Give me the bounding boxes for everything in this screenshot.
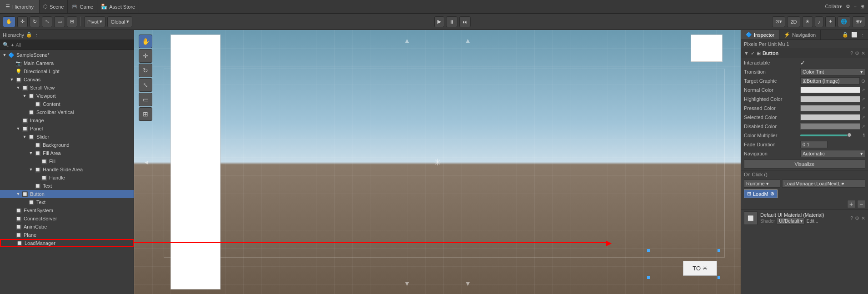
layers-icon[interactable]: ≡ bbox=[854, 4, 857, 10]
tab-inspector[interactable]: 🔷 Inspector bbox=[741, 30, 779, 40]
tree-item-button[interactable]: ▼ 🔲 Button bbox=[0, 190, 134, 198]
tree-item-samplescene[interactable]: ▼ 🔷 SampleScene* bbox=[0, 51, 134, 59]
loadm-badge[interactable]: ⊞ LoadM ⊗ bbox=[744, 189, 778, 198]
lock-inspector-icon[interactable]: 🔒 bbox=[842, 32, 848, 38]
view-light-btn[interactable]: ☀ bbox=[802, 16, 813, 27]
rect-tool-btn[interactable]: ▭ bbox=[54, 16, 65, 27]
rect-3d-tool[interactable]: ▭ bbox=[139, 93, 152, 106]
tree-item-animcube[interactable]: 🔲 AnimCube bbox=[0, 223, 134, 231]
tree-item-eventsystem[interactable]: 🔲 EventSystem bbox=[0, 206, 134, 214]
view-sky-btn[interactable]: 🌐 bbox=[838, 16, 850, 27]
tree-item-canvas[interactable]: ▼ 🔲 Canvas bbox=[0, 75, 134, 84]
material-settings-icon[interactable]: ⚙ bbox=[855, 215, 859, 221]
transform-tool-btn[interactable]: ⊞ bbox=[67, 16, 77, 27]
rotate-3d-tool[interactable]: ↻ bbox=[139, 64, 152, 77]
hand-tool[interactable]: ✋ bbox=[139, 35, 152, 48]
global-btn[interactable]: Global ▾ bbox=[107, 16, 132, 27]
transition-dropdown[interactable]: Color Tint ▾ bbox=[800, 68, 865, 75]
scale-3d-tool[interactable]: ⤡ bbox=[139, 78, 152, 92]
pressed-color-arrow[interactable]: ↗ bbox=[862, 106, 865, 110]
pivot-btn[interactable]: Pivot ▾ bbox=[84, 16, 105, 27]
tree-item-handleslide[interactable]: ▼ 🔲 Handle Slide Area bbox=[0, 165, 134, 174]
add-btn[interactable]: + bbox=[11, 42, 14, 48]
search-input[interactable] bbox=[15, 42, 131, 48]
selected-color-arrow[interactable]: ↗ bbox=[862, 115, 865, 120]
disabled-color-arrow[interactable]: ↗ bbox=[862, 124, 865, 129]
tree-item-panel[interactable]: ▼ 🔲 Panel bbox=[0, 125, 134, 133]
runtime-dropdown[interactable]: Runtime ▾ bbox=[744, 179, 780, 188]
slider-thumb[interactable] bbox=[847, 133, 852, 137]
layout-icon[interactable]: ⊞ bbox=[860, 4, 864, 10]
tree-item-scrollview[interactable]: ▼ 🔲 Scroll View bbox=[0, 84, 134, 92]
highlighted-color-swatch[interactable] bbox=[800, 96, 860, 102]
tab-scene[interactable]: ⬡ Scene bbox=[40, 0, 68, 13]
tree-item-background[interactable]: 🔲 Background bbox=[0, 141, 134, 149]
pause-btn[interactable]: ⏸ bbox=[446, 16, 457, 27]
loadm-close-icon[interactable]: ⊗ bbox=[770, 191, 774, 197]
maximize-icon[interactable]: ⬜ bbox=[851, 32, 858, 38]
tree-item-viewport[interactable]: ▼ 🔲 Viewport bbox=[0, 92, 134, 100]
view-fx-btn[interactable]: ✦ bbox=[825, 16, 836, 27]
view-2d-btn[interactable]: 2D bbox=[787, 16, 800, 27]
menu-inspector-icon[interactable]: ⋮ bbox=[860, 32, 865, 38]
tree-item-loadmanager[interactable]: 🔲 LoadManager bbox=[0, 239, 134, 247]
tree-item-fill[interactable]: 🔲 Fill bbox=[0, 157, 134, 165]
color-multiplier-slider[interactable]: 1 bbox=[800, 133, 865, 138]
remove-onclick-btn[interactable]: − bbox=[857, 200, 865, 208]
visualize-btn[interactable]: Visualize bbox=[744, 159, 865, 169]
tree-item-connectserver[interactable]: 🔲 ConnectServer bbox=[0, 214, 134, 223]
tree-item-fillarea[interactable]: ▼ 🔲 Fill Area bbox=[0, 149, 134, 157]
menu-icon[interactable]: ⋮ bbox=[34, 32, 39, 38]
tab-asset-store[interactable]: 🏪 Asset Store bbox=[97, 0, 139, 13]
hand-tool-btn[interactable]: ✋ bbox=[3, 16, 15, 27]
tree-item-plane[interactable]: 🔲 Plane bbox=[0, 231, 134, 239]
tree-item-content[interactable]: 🔲 Content bbox=[0, 100, 134, 108]
material-close-icon[interactable]: ✕ bbox=[861, 215, 865, 221]
tree-item-text-button[interactable]: 🔲 Text bbox=[0, 198, 134, 206]
target-graphic-picker[interactable]: ⊙ bbox=[861, 78, 865, 84]
navigation-dropdown[interactable]: Automatic ▾ bbox=[800, 150, 865, 157]
view-persp-btn[interactable]: ⊙▾ bbox=[772, 16, 785, 27]
highlighted-color-arrow[interactable]: ↗ bbox=[862, 97, 865, 101]
checkmark-icon[interactable]: ✓ bbox=[751, 50, 755, 56]
interactable-checkbox[interactable]: ✓ bbox=[800, 60, 805, 66]
tree-item-scrollbar[interactable]: 🔲 Scrollbar Vertical bbox=[0, 108, 134, 116]
close-component-icon[interactable]: ✕ bbox=[861, 50, 865, 56]
disabled-color-swatch[interactable] bbox=[800, 123, 860, 130]
collab-btn[interactable]: Collab▾ bbox=[825, 4, 842, 10]
material-help-icon[interactable]: ? bbox=[850, 215, 853, 221]
tree-item-maincamera[interactable]: 📷 Main Camera bbox=[0, 59, 134, 67]
tree-item-handle[interactable]: 🔲 Handle bbox=[0, 174, 134, 182]
account-icon[interactable]: ⚙ bbox=[846, 4, 850, 10]
settings-icon[interactable]: ⚙ bbox=[855, 50, 859, 56]
add-onclick-btn[interactable]: + bbox=[847, 200, 855, 208]
tree-item-image[interactable]: 🔲 Image bbox=[0, 116, 134, 125]
scale-tool-btn[interactable]: ⤡ bbox=[42, 16, 52, 27]
pressed-color-swatch[interactable] bbox=[800, 105, 860, 111]
tab-navigation[interactable]: ⚡ Navigation bbox=[779, 30, 821, 40]
tab-game[interactable]: 🎮 Game bbox=[68, 0, 97, 13]
play-btn[interactable]: ▶ bbox=[434, 16, 444, 27]
view-gizmo-btn[interactable]: ⊞▾ bbox=[852, 16, 865, 27]
fade-duration-input[interactable] bbox=[800, 141, 828, 148]
normal-color-arrow[interactable]: ↗ bbox=[862, 88, 865, 92]
move-crosshair-tool[interactable]: ✛ bbox=[139, 49, 152, 63]
tree-item-dirlight[interactable]: 💡 Directional Light bbox=[0, 67, 134, 75]
help-icon[interactable]: ? bbox=[850, 50, 853, 56]
edit-btn[interactable]: Edit... bbox=[807, 219, 818, 224]
rotate-tool-btn[interactable]: ↻ bbox=[30, 16, 40, 27]
lock-icon[interactable]: 🔒 bbox=[26, 32, 32, 38]
selected-color-swatch[interactable] bbox=[800, 114, 860, 120]
view-audio-btn[interactable]: ♪ bbox=[815, 16, 824, 27]
tree-item-text-slider[interactable]: 🔲 Text bbox=[0, 182, 134, 190]
move-tool-btn[interactable]: ✛ bbox=[17, 16, 28, 27]
gizmo-tool[interactable]: ⊞ bbox=[139, 107, 152, 121]
component-toggle[interactable]: ▼ bbox=[744, 50, 749, 56]
runtime-value[interactable]: LoadManager.LoadNextLi▾ bbox=[782, 179, 865, 188]
tab-hierarchy[interactable]: ☰ Hierarchy bbox=[0, 0, 40, 13]
shader-dropdown[interactable]: UI/Default ▾ bbox=[777, 218, 804, 224]
step-btn[interactable]: ⏭ bbox=[459, 16, 471, 27]
scene-view[interactable]: ✳ ▲ ▲ ▼ ▼ ◄ TO ✳ bbox=[134, 30, 741, 294]
normal-color-swatch[interactable] bbox=[800, 87, 860, 93]
scene-button-preview[interactable]: TO ✳ bbox=[683, 261, 717, 276]
